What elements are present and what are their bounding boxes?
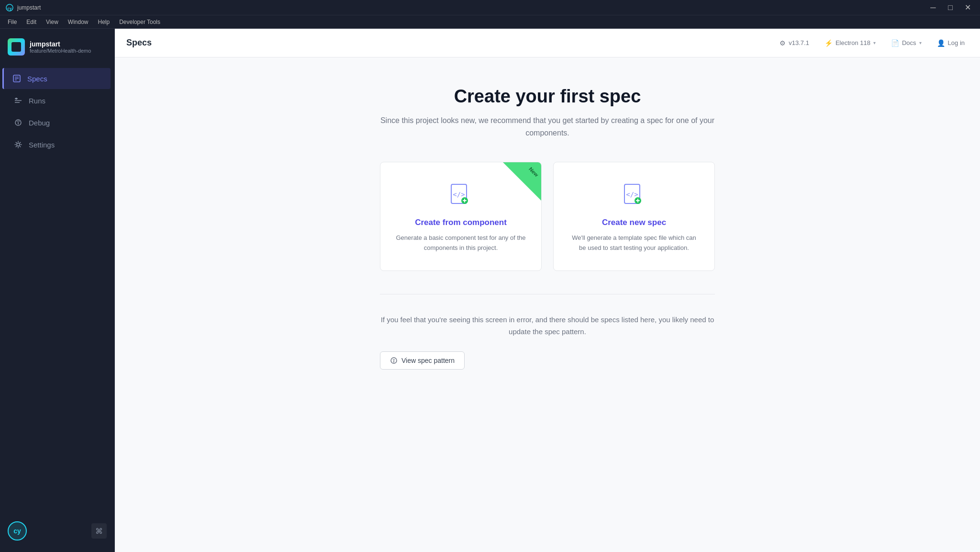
topbar: Specs ⚙ v13.7.1 ⚡ Electron 118 ▾ 📄 Docs … bbox=[115, 29, 980, 57]
view-spec-pattern-button[interactable]: View spec pattern bbox=[380, 351, 465, 370]
titlebar-title: jumpstart bbox=[17, 4, 974, 11]
app-layout: jumpstart feature/MetroHealth-demo Specs bbox=[0, 29, 980, 552]
runs-icon bbox=[13, 96, 23, 105]
electron-chevron: ▾ bbox=[873, 40, 876, 45]
create-new-spec-card[interactable]: </> Create new spec We'll generate a tem… bbox=[553, 162, 715, 271]
docs-chevron: ▾ bbox=[919, 40, 922, 45]
menu-view[interactable]: View bbox=[42, 18, 62, 26]
sidebar-item-settings[interactable]: Settings bbox=[4, 134, 111, 155]
electron-label: Electron 118 bbox=[835, 39, 870, 46]
spec-pattern-label: View spec pattern bbox=[401, 357, 455, 364]
specs-label: Specs bbox=[27, 75, 47, 83]
spec-card-title: Create new spec bbox=[569, 218, 699, 227]
svg-point-13 bbox=[17, 143, 20, 146]
titlebar: cy jumpstart ─ □ ✕ bbox=[0, 0, 980, 15]
svg-text:</>: </> bbox=[626, 191, 638, 198]
login-label: Log in bbox=[948, 39, 965, 46]
cy-logo[interactable]: cy bbox=[8, 521, 27, 541]
hero-subtitle: Since this project looks new, we recomme… bbox=[380, 114, 715, 139]
svg-point-12 bbox=[18, 122, 19, 123]
minimize-button[interactable]: ─ bbox=[926, 3, 940, 12]
menu-help[interactable]: Help bbox=[94, 18, 114, 26]
version-action[interactable]: ⚙ v13.7.1 bbox=[776, 37, 813, 49]
app-icon: cy bbox=[6, 4, 13, 11]
settings-icon bbox=[13, 140, 23, 149]
sidebar: jumpstart feature/MetroHealth-demo Specs bbox=[0, 29, 115, 552]
docs-label: Docs bbox=[902, 39, 916, 46]
menu-window[interactable]: Window bbox=[64, 18, 92, 26]
page-title: Specs bbox=[126, 38, 152, 48]
sidebar-nav: Specs Runs bbox=[0, 63, 114, 516]
close-button[interactable]: ✕ bbox=[961, 3, 974, 12]
sidebar-item-specs[interactable]: Specs bbox=[2, 68, 111, 89]
spec-card-icon: </> bbox=[569, 181, 699, 208]
docs-action[interactable]: 📄 Docs ▾ bbox=[887, 37, 925, 49]
login-action[interactable]: 👤 Log in bbox=[933, 37, 969, 49]
sidebar-item-debug[interactable]: Debug bbox=[4, 112, 111, 133]
login-icon: 👤 bbox=[937, 39, 945, 47]
main-content: Specs ⚙ v13.7.1 ⚡ Electron 118 ▾ 📄 Docs … bbox=[115, 29, 980, 552]
menu-file[interactable]: File bbox=[4, 18, 21, 26]
sidebar-app-info: jumpstart feature/MetroHealth-demo bbox=[30, 40, 91, 54]
menu-edit[interactable]: Edit bbox=[22, 18, 40, 26]
svg-text:</>: </> bbox=[453, 191, 465, 198]
svg-text:cy: cy bbox=[8, 6, 12, 11]
electron-action[interactable]: ⚡ Electron 118 ▾ bbox=[821, 37, 880, 49]
create-from-component-card[interactable]: New </> Create from component Gener bbox=[380, 162, 542, 271]
component-card-title: Create from component bbox=[396, 218, 526, 227]
version-label: v13.7.1 bbox=[789, 39, 809, 46]
window-controls: ─ □ ✕ bbox=[926, 3, 974, 12]
footer-note: If you feel that you're seeing this scre… bbox=[380, 314, 715, 338]
sidebar-logo bbox=[8, 38, 25, 56]
maximize-button[interactable]: □ bbox=[944, 3, 957, 12]
topbar-actions: ⚙ v13.7.1 ⚡ Electron 118 ▾ 📄 Docs ▾ 👤 Lo… bbox=[776, 37, 969, 49]
debug-label: Debug bbox=[29, 119, 50, 127]
component-card-desc: Generate a basic component test for any … bbox=[396, 233, 526, 253]
electron-icon: ⚡ bbox=[824, 39, 833, 47]
svg-point-9 bbox=[15, 98, 17, 100]
hero-section: Create your first spec Since this projec… bbox=[380, 86, 715, 370]
sidebar-app-name: jumpstart bbox=[30, 40, 91, 48]
docs-icon: 📄 bbox=[891, 39, 899, 47]
sidebar-item-runs[interactable]: Runs bbox=[4, 90, 111, 111]
hero-title: Create your first spec bbox=[380, 86, 715, 107]
menubar: File Edit View Window Help Developer Too… bbox=[0, 15, 980, 29]
sidebar-logo-inner bbox=[11, 42, 21, 52]
shortcut-button[interactable]: ⌘ bbox=[91, 523, 107, 539]
section-divider bbox=[380, 294, 715, 294]
specs-icon bbox=[12, 74, 22, 83]
spec-card-desc: We'll generate a template spec file whic… bbox=[569, 233, 699, 253]
spec-pattern-icon bbox=[390, 357, 398, 364]
sidebar-header: jumpstart feature/MetroHealth-demo bbox=[0, 34, 114, 63]
version-icon: ⚙ bbox=[780, 39, 786, 47]
content-area: Create your first spec Since this projec… bbox=[115, 57, 980, 552]
sidebar-footer: cy ⌘ bbox=[0, 516, 114, 546]
menu-developer-tools[interactable]: Developer Tools bbox=[115, 18, 164, 26]
runs-label: Runs bbox=[29, 97, 45, 105]
cards-row: New </> Create from component Gener bbox=[380, 162, 715, 271]
debug-icon bbox=[13, 118, 23, 127]
sidebar-branch: feature/MetroHealth-demo bbox=[30, 48, 91, 54]
settings-label: Settings bbox=[29, 141, 55, 149]
new-badge bbox=[503, 162, 541, 201]
